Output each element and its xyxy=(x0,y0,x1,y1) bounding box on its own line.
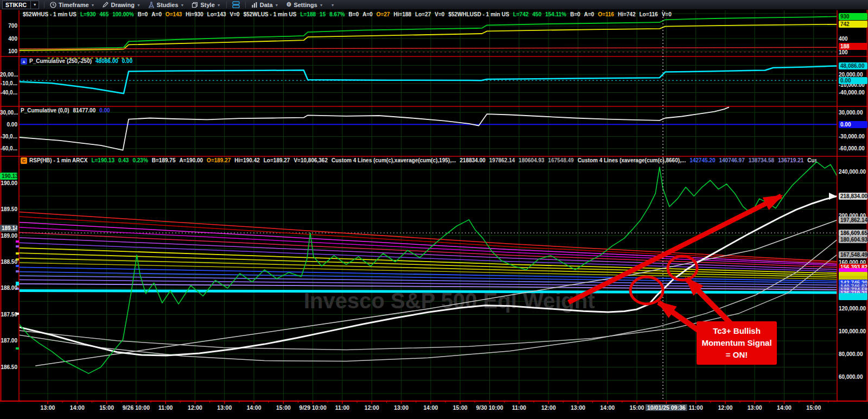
legend-segment: O=143 xyxy=(165,11,182,17)
legend-segment: O=116 xyxy=(598,11,614,17)
legend-segment: O=189.27 xyxy=(207,157,231,163)
y-axis-label-left: 188.00 xyxy=(0,284,17,291)
legend-segment: Custom 4 Lines (xaverage(cum(c),3980),..… xyxy=(807,157,816,163)
y-axis-label-right: 240,000.00 xyxy=(839,168,867,175)
legend-segment: Hi=190.42 xyxy=(234,157,259,163)
menu-timeframe-label: Timeframe xyxy=(59,2,88,8)
legend-segment: 136719.21 xyxy=(778,157,803,163)
legend-segment: Lo=27 xyxy=(415,11,431,17)
annotation-text-box[interactable]: Tc3+ Bullish Momentum Signal = ON! xyxy=(697,321,777,365)
series-lines xyxy=(19,16,837,373)
y-axis-label-left: 30,00... xyxy=(0,109,17,116)
legend-segment: L=190.13 xyxy=(91,157,114,163)
legend-segment: 450 xyxy=(532,11,541,17)
symbol-box[interactable]: STIKRC ▼ xyxy=(2,1,39,9)
time-label: 15:00 xyxy=(806,404,821,411)
symbol-dropdown-icon[interactable]: ▼ xyxy=(30,1,39,9)
time-label: 15:00 xyxy=(453,404,468,411)
legend-segment: 197862.14 xyxy=(489,157,515,163)
axis-color-marks xyxy=(16,240,19,350)
menu-data-label: Data xyxy=(260,2,273,8)
y-axis-label-right: 120,000.00 xyxy=(839,305,867,312)
trading-chart-window: STIKRC ▼ Timeframe ▼ Drawing ▼ Studies ▼… xyxy=(0,0,868,419)
menu-style-label: Style xyxy=(200,2,214,8)
y-axis-label-right xyxy=(839,293,867,300)
y-axis-label-right: 742 xyxy=(839,21,867,28)
legend-segment: 167548.49 xyxy=(548,157,573,163)
time-label: 14:00 xyxy=(600,404,615,411)
legend-segment: 0.00 xyxy=(122,58,132,64)
legend-segment: B=0 xyxy=(349,11,359,17)
legend-segment: Hi=188 xyxy=(394,11,412,17)
time-label: 11:00 xyxy=(335,404,349,411)
menu-style[interactable]: Style ▼ xyxy=(188,0,224,9)
annotation-arrow[interactable] xyxy=(686,278,733,326)
time-label: 11:00 xyxy=(688,404,703,411)
legend-segment: Lo=189.27 xyxy=(264,157,290,163)
legend-segment: 0.00 xyxy=(99,107,110,113)
axis-color-mark xyxy=(16,245,19,247)
legend-segment: Custom 4 Lines (xaverage(cum(c),8660),..… xyxy=(578,157,686,163)
legend-segment: $52WHUS - 1 min US xyxy=(23,11,76,17)
y-axis-label-left: 187.00 xyxy=(0,337,17,344)
legend-segment: B=189.75 xyxy=(152,157,176,163)
y-axis-label-left: 188.50 xyxy=(0,258,17,265)
menu-studies[interactable]: Studies ▼ xyxy=(144,0,188,9)
y-axis-label-left: 189.14 xyxy=(0,225,17,232)
chevron-down-icon: ▼ xyxy=(137,3,141,7)
menu-drawing[interactable]: Drawing ▼ xyxy=(98,0,144,9)
y-axis-label-left: 189.00 xyxy=(0,232,17,239)
y-axis-label-right: 400 xyxy=(839,35,867,42)
cumulative-250-line xyxy=(19,66,837,93)
time-label: 15:00 xyxy=(99,404,114,411)
time-label: 14:00 xyxy=(70,404,85,411)
toolbar-overflow-button[interactable]: ▼ xyxy=(327,0,339,9)
y-axis-label-left: 186.50 xyxy=(0,364,17,371)
legend-segment: $52WHLUSD - 1 min US xyxy=(448,11,509,17)
main-price-panel-legend: RSP(HB) - 1 min ARCXL=190.130.430.23%B=1… xyxy=(29,157,816,164)
legend-segment: 465 xyxy=(100,11,109,17)
time-label: 13:00 xyxy=(571,404,585,411)
legend-segment: B=0 xyxy=(570,11,580,17)
menu-drawing-label: Drawing xyxy=(111,2,134,8)
chevron-down-icon: ▼ xyxy=(181,3,184,7)
chevron-down-icon: ▼ xyxy=(217,3,221,7)
menu-timeframe[interactable]: Timeframe ▼ xyxy=(46,0,98,9)
time-label: 12:00 xyxy=(188,404,202,411)
menu-settings[interactable]: ⚙ Settings ▼ xyxy=(283,0,327,9)
chevron-down-icon: ▼ xyxy=(320,3,323,7)
legend-segment: 8.67% xyxy=(329,11,344,17)
line-end-arrow xyxy=(829,193,837,200)
chevron-down-icon: ▼ xyxy=(91,3,95,7)
y-axis-label-right: 167,548.49 xyxy=(839,251,867,258)
menu-settings-label: Settings xyxy=(293,2,317,8)
axis-color-mark xyxy=(16,270,19,272)
time-label: 13:00 xyxy=(748,404,762,411)
y-axis-label-right: 100 xyxy=(839,49,867,56)
y-axis-label-right: -60,000.00 xyxy=(839,145,867,152)
toolbar-divider xyxy=(245,2,246,8)
y-axis-label-left: 190.13 xyxy=(0,173,17,180)
legend-segment: 100.00% xyxy=(112,11,133,17)
legend-segment: B=0 xyxy=(138,11,148,17)
legend-segment: 138734.58 xyxy=(749,157,774,163)
legend-segment: P_Cumulative (0,0) xyxy=(21,107,69,113)
toolbar-divider xyxy=(226,2,227,8)
menu-data[interactable]: Data ▼ xyxy=(247,0,283,9)
legend-segment: A=190.00 xyxy=(179,157,203,163)
legend-segment: L=742 xyxy=(513,11,529,17)
legend-segment: Lo=116 xyxy=(639,11,658,17)
y-axis-label-left: -30,0... xyxy=(0,133,17,140)
y-axis-label-left: 0.00 xyxy=(0,121,17,128)
annotation-drawings[interactable] xyxy=(569,196,781,340)
layout-panels-button[interactable] xyxy=(228,0,244,9)
y-axis-label-left: 100 xyxy=(0,48,17,55)
axis-color-mark xyxy=(16,252,19,255)
legend-segment: 218834.00 xyxy=(460,157,486,163)
support-band xyxy=(19,290,837,293)
legend-segment: 140746.97 xyxy=(719,157,744,163)
y-axis-label-left: 190.00 xyxy=(0,180,17,187)
annotation-line: Momentum Signal xyxy=(697,337,777,349)
style-icon xyxy=(192,2,198,8)
axis-color-mark xyxy=(16,347,19,350)
